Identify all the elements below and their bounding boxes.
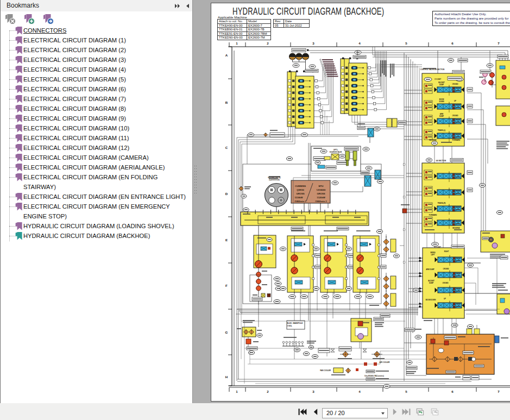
bookmark-flag-icon [15, 143, 22, 152]
bookmark-item-4[interactable]: ELECTRICAL CIRCUIT DIAGRAM (4) [23, 65, 192, 74]
bookmark-item-3[interactable]: ELECTRICAL CIRCUIT DIAGRAM (3) [23, 55, 192, 65]
svg-text:ELEC. MANIFOLD: ELEC. MANIFOLD [287, 322, 303, 324]
svg-text:CROWD: CROWD [443, 282, 449, 284]
collapse-panel-icon[interactable] [185, 3, 190, 9]
bookmark-label: ELECTRICAL CIRCUIT DIAGRAM (7) [23, 94, 192, 104]
bookmark-item-14[interactable]: ELECTRICAL CIRCUIT DIAGRAM (AERIALANGLE) [23, 162, 192, 172]
bookmark-label: ELECTRICAL CIRCUIT DIAGRAM (4) [23, 65, 192, 74]
svg-text:FORWARD: FORWARD [429, 214, 437, 216]
goto-bookmark-icon[interactable] [43, 14, 54, 25]
bookmark-item-17[interactable]: ELECTRICAL CIRCUIT DIAGRAM (EN EMERGENCY… [23, 202, 192, 221]
bookmark-flag-icon [15, 26, 22, 35]
bookmark-flag-icon [15, 134, 22, 142]
svg-text:G: G [225, 330, 228, 334]
bookmark-label: ELECTRICAL CIRCUIT DIAGRAM (12) [23, 143, 192, 153]
bookmark-label: ELECTRICAL CIRCUIT DIAGRAM (11) [23, 133, 192, 143]
page-number-value: 20 / 20 [326, 410, 345, 416]
bookmark-item-16[interactable]: ELECTRICAL CIRCUIT DIAGRAM (EN ENTRANCE … [23, 192, 192, 202]
next-page-button[interactable] [390, 408, 400, 416]
revision-table: RevDate0531-Jul-2022 [273, 19, 310, 28]
bookmark-item-12[interactable]: ELECTRICAL CIRCUIT DIAGRAM (12) [23, 143, 192, 153]
svg-text:2: 2 [267, 41, 269, 45]
table-cell: EX2600-7M [247, 36, 271, 40]
bookmark-item-2[interactable]: ELECTRICAL CIRCUIT DIAGRAM (2) [23, 45, 192, 55]
control-valve-block-1 [422, 58, 468, 146]
add-bookmark-icon[interactable] [24, 14, 35, 25]
bookmark-label: ELECTRICAL CIRCUIT DIAGRAM (EN FOLDING [23, 172, 192, 182]
bookmark-item-10[interactable]: ELECTRICAL CIRCUIT DIAGRAM (10) [23, 123, 192, 133]
bookmark-item-11[interactable]: ELECTRICAL CIRCUIT DIAGRAM (11) [23, 133, 192, 143]
control-valve-block-3 [419, 242, 464, 321]
bookmark-flag-icon [15, 222, 22, 230]
bookmark-item-0[interactable]: CONNECTORS [23, 26, 192, 35]
dealer-notice-box: Authorised Hitachi Dealer Use Only.Parts… [432, 11, 510, 26]
svg-text:DUMP: DUMP [439, 115, 444, 117]
svg-text:GROSS: GROSS [296, 192, 304, 195]
table-header: Rev [274, 20, 284, 24]
pump-drive-group [250, 225, 282, 305]
svg-text:4: 4 [358, 390, 361, 393]
filter-assemblies [376, 229, 396, 309]
delete-bookmark-icon[interactable] [5, 14, 16, 25]
last-page-button[interactable] [401, 408, 411, 416]
bookmark-label: ELECTRICAL CIRCUIT DIAGRAM (EN EMERGENCY [23, 202, 192, 211]
table-header: Model [247, 20, 271, 24]
first-page-button[interactable] [298, 408, 307, 416]
svg-text:SOLENOID VALVE: SOLENOID VALVE [330, 151, 342, 153]
bookmark-flag-icon [15, 36, 22, 45]
bookmark-item-8[interactable]: ELECTRICAL CIRCUIT DIAGRAM (8) [23, 104, 192, 114]
document-area: 11223344556677ABCDEFGHCUMMINSQSK50GROSS1… [193, 0, 510, 403]
svg-text:H: H [225, 375, 228, 379]
bookmark-item-9[interactable]: ELECTRICAL CIRCUIT DIAGRAM (9) [23, 114, 192, 123]
bookmarks-tree: CONNECTORSELECTRICAL CIRCUIT DIAGRAM (1)… [1, 26, 192, 241]
svg-text:UP: UP [454, 100, 456, 102]
table-cell: 05 [274, 23, 284, 28]
bookmark-label: ELECTRICAL CIRCUIT DIAGRAM (EN ENTRANCE … [23, 192, 192, 202]
svg-text:LEFT: LEFT [431, 254, 435, 256]
svg-text:Only EX2600-7B(Cummins): Only EX2600-7B(Cummins) [364, 375, 384, 377]
bookmark-item-7[interactable]: ELECTRICAL CIRCUIT DIAGRAM (7) [23, 94, 192, 104]
main-pump-groups [280, 227, 386, 299]
bookmark-label: HYDRAULIC CIRCUIT DIAGRAM (BACKHOE) [23, 231, 192, 241]
bookmark-item-1[interactable]: ELECTRICAL CIRCUIT DIAGRAM (1) [23, 35, 192, 45]
bookmark-label: ELECTRICAL CIRCUIT DIAGRAM (10) [23, 123, 192, 133]
splitter-handle[interactable] [194, 165, 197, 194]
bookmark-label: STAIRWAY) [23, 182, 192, 192]
applicable-machine-caption: Applicable Machine [218, 15, 247, 19]
svg-text:F: F [225, 284, 228, 287]
bookmark-label: ELECTRICAL CIRCUIT DIAGRAM (9) [23, 114, 192, 123]
air-breathers [289, 49, 316, 69]
optional-solenoid-kit [311, 123, 381, 186]
hydraulic-circuit-diagram: 11223344556677ABCDEFGHCUMMINSQSK50GROSS1… [211, 3, 510, 402]
svg-text:1 SOL: 1 SOL [287, 325, 292, 327]
bookmark-label: ELECTRICAL CIRCUIT DIAGRAM (3) [23, 55, 192, 65]
svg-text:TRAVEL(R): TRAVEL(R) [438, 202, 446, 204]
bookmark-item-6[interactable]: ELECTRICAL CIRCUIT DIAGRAM (6) [23, 84, 192, 94]
svg-text:QSK50: QSK50 [297, 189, 304, 191]
svg-text:A: A [225, 53, 228, 57]
page-dropdown-caret[interactable] [381, 412, 385, 415]
previous-view-button[interactable] [414, 408, 425, 416]
svg-text:/1800min-1: /1800min-1 [294, 200, 306, 203]
svg-text:FAN COOLER: FAN COOLER [320, 369, 331, 372]
previous-page-button[interactable] [311, 408, 320, 416]
table-cell: 31-Jul-2022 [284, 23, 310, 28]
bookmark-flag-icon [15, 75, 22, 84]
table-cell: TTKED90-EN-00 [218, 36, 247, 40]
svg-text:1: 1 [236, 41, 238, 45]
svg-text:1120kW: 1120kW [317, 196, 325, 199]
svg-text:C: C [225, 146, 228, 149]
bookmark-item-15[interactable]: ELECTRICAL CIRCUIT DIAGRAM (EN FOLDINGST… [23, 172, 192, 192]
bookmark-item-5[interactable]: ELECTRICAL CIRCUIT DIAGRAM (5) [23, 74, 192, 84]
bookmark-item-19[interactable]: HYDRAULIC CIRCUIT DIAGRAM (BACKHOE) [23, 231, 192, 241]
next-view-button[interactable] [429, 408, 440, 416]
svg-text:5: 5 [405, 41, 407, 45]
bookmark-label: ENGINE STOP) [23, 211, 192, 221]
bookmark-label: ELECTRICAL CIRCUIT DIAGRAM (CAMERA) [23, 153, 192, 162]
page-number-input[interactable]: 20 / 20 [322, 408, 388, 418]
bookmark-item-18[interactable]: HYDRAULIC CIRCUIT DIAGRAM (LOADING SHOVE… [23, 221, 192, 231]
table-header: Date [284, 20, 310, 24]
expand-panel-icon[interactable] [174, 3, 180, 9]
svg-text:CV UNIT: CV UNIT [435, 78, 441, 80]
bookmark-item-13[interactable]: ELECTRICAL CIRCUIT DIAGRAM (CAMERA) [23, 153, 192, 162]
